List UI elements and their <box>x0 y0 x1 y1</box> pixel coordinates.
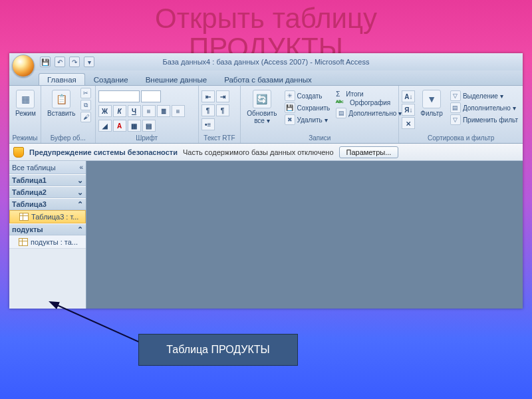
increase-indent-button[interactable]: ⇥ <box>216 90 229 102</box>
chevron-up-icon: ⌃ <box>77 225 83 234</box>
align-center-button[interactable]: ≣ <box>157 105 170 117</box>
filter-button[interactable]: ▼ Фильтр <box>417 88 446 119</box>
group-records-label: Записи <box>243 134 396 143</box>
new-record-button[interactable]: ✳Создать <box>283 90 332 101</box>
nav-group-table3[interactable]: Таблица3⌃ <box>9 198 86 210</box>
font-row2: Ж К Ч ≡ ≣ ≡ <box>98 105 185 117</box>
font-color-button[interactable]: A <box>113 120 126 132</box>
new-icon: ✳ <box>285 90 295 101</box>
save-record-button[interactable]: 💾Сохранить <box>283 102 332 113</box>
underline-button[interactable]: Ч <box>128 105 141 117</box>
security-options-button[interactable]: Параметры... <box>339 146 399 158</box>
tab-home[interactable]: Главная <box>39 73 85 85</box>
save-icon: 💾 <box>285 102 295 113</box>
group-records: 🔄 Обновить все ▾ ✳Создать 💾Сохранить ✖Уд… <box>241 86 399 143</box>
sigma-icon: Σ <box>336 90 340 98</box>
font-row1 <box>98 90 161 102</box>
document-area <box>86 161 523 309</box>
view-button[interactable]: ▦ Режим <box>12 88 39 119</box>
group-clipboard-label: Буфер об... <box>44 134 92 143</box>
delete-icon: ✖ <box>285 114 295 125</box>
fill-color-button[interactable]: ◢ <box>98 120 112 132</box>
security-title: Предупреждение системы безопасности <box>29 148 178 156</box>
ltr-button[interactable]: ¶ <box>201 104 215 116</box>
ribbon: ▦ Режим Режимы 📋 Вставить ✂ ⧉ 🖌 Буфер об… <box>9 85 523 144</box>
more-records-button[interactable]: ▤Дополнительно ▾ <box>334 108 404 118</box>
cut-icon[interactable]: ✂ <box>80 88 91 98</box>
nav-header-label: Все таблицы <box>12 164 56 172</box>
refresh-label: Обновить все ▾ <box>247 110 277 124</box>
navigation-pane: Все таблицы « Таблица1⌄ Таблица2⌄ Таблиц… <box>9 161 86 309</box>
refresh-icon: 🔄 <box>253 90 271 108</box>
table-icon <box>19 213 29 221</box>
filter-col: ▽Выделение ▾ ▤Дополнительно ▾ ▽Применить… <box>448 88 520 125</box>
advanced-filter-button[interactable]: ▤Дополнительно ▾ <box>448 102 520 113</box>
tab-dbtools[interactable]: Работа с базами данных <box>215 73 321 85</box>
group-font: Ж К Ч ≡ ≣ ≡ ◢ A ▦ ▤ Шрифт <box>96 86 199 143</box>
gridlines-button[interactable]: ▦ <box>128 120 141 132</box>
toggle-icon: ▽ <box>450 114 461 125</box>
nav-item-products[interactable]: подукты : та... <box>9 235 86 249</box>
view-label: Режим <box>15 110 36 117</box>
copy-icon[interactable]: ⧉ <box>80 100 91 110</box>
font-size-box[interactable] <box>141 90 161 102</box>
slide-title-line1: Открыть таблицу <box>155 3 377 34</box>
refresh-all-button[interactable]: 🔄 Обновить все ▾ <box>243 88 280 126</box>
format-painter-icon[interactable]: 🖌 <box>80 112 91 122</box>
nav-item-products-label: подукты : та... <box>31 238 78 246</box>
align-left-button[interactable]: ≡ <box>142 105 156 117</box>
filter-icon: ▼ <box>422 90 441 108</box>
chevron-down-icon: ⌄ <box>77 188 83 197</box>
rtl-button[interactable]: ¶ <box>216 104 229 116</box>
abc-icon: ᴬᴮᶜ <box>336 99 344 106</box>
paste-button[interactable]: 📋 Вставить <box>44 88 78 119</box>
nav-pane-header[interactable]: Все таблицы « <box>9 161 86 174</box>
bold-button[interactable]: Ж <box>98 105 112 117</box>
sort-col: А↓ Я↓ ⨯ <box>402 88 415 129</box>
align-right-button[interactable]: ≡ <box>172 105 185 117</box>
paste-label: Вставить <box>47 110 75 117</box>
delete-record-button[interactable]: ✖Удалить ▾ <box>283 114 332 125</box>
quick-access-toolbar: 💾 ↶ ↷ ▾ <box>40 57 94 67</box>
nav-collapse-icon[interactable]: « <box>79 164 83 171</box>
alt-row-button[interactable]: ▤ <box>142 120 156 132</box>
nav-group-products[interactable]: подукты⌃ <box>9 223 86 235</box>
clear-sort-button[interactable]: ⨯ <box>402 117 415 129</box>
group-views-label: Режимы <box>12 134 38 143</box>
records-col1: ✳Создать 💾Сохранить ✖Удалить ▾ <box>283 88 332 125</box>
chevron-down-icon: ⌄ <box>77 176 83 185</box>
office-button[interactable] <box>12 55 35 77</box>
svg-line-0 <box>56 305 148 346</box>
nav-item-table3[interactable]: Таблица3 : т... <box>9 210 86 223</box>
clipboard-mini: ✂ ⧉ 🖌 <box>80 88 91 122</box>
decrease-indent-button[interactable]: ⇤ <box>201 90 215 102</box>
ribbon-tabs: Главная Создание Внешние данные Работа с… <box>9 70 523 85</box>
italic-button[interactable]: К <box>113 105 126 117</box>
totals-button[interactable]: Σ Итоги <box>334 90 404 98</box>
nav-group-table1[interactable]: Таблица1⌄ <box>9 174 86 186</box>
font-name-box[interactable] <box>98 90 140 102</box>
sort-desc-button[interactable]: Я↓ <box>402 104 415 116</box>
selection-button[interactable]: ▽Выделение ▾ <box>448 90 520 101</box>
qat-save[interactable]: 💾 <box>40 57 51 67</box>
qat-redo[interactable]: ↷ <box>69 57 80 67</box>
shield-icon <box>13 147 24 158</box>
bullet-button[interactable]: •≡ <box>201 118 215 130</box>
group-clipboard: 📋 Вставить ✂ ⧉ 🖌 Буфер об... <box>41 86 96 143</box>
view-icon: ▦ <box>16 90 35 108</box>
toggle-filter-button[interactable]: ▽Применить фильт <box>448 114 520 125</box>
records-col2: Σ Итоги ᴬᴮᶜ Орфография ▤Дополнительно ▾ <box>334 88 404 118</box>
font-row3: ◢ A ▦ ▤ <box>98 120 156 132</box>
tab-create[interactable]: Создание <box>85 73 137 85</box>
sort-asc-button[interactable]: А↓ <box>402 90 415 102</box>
selection-icon: ▽ <box>450 90 461 101</box>
filter-label: Фильтр <box>420 110 443 117</box>
security-bar: Предупреждение системы безопасности Част… <box>9 144 523 161</box>
tab-external[interactable]: Внешние данные <box>137 73 215 85</box>
access-window: 💾 ↶ ↷ ▾ База данных4 : база данных (Acce… <box>9 53 523 309</box>
qat-undo[interactable]: ↶ <box>55 57 65 67</box>
spelling-button[interactable]: ᴬᴮᶜ Орфография <box>334 99 404 106</box>
group-font-label: Шрифт <box>98 134 196 143</box>
qat-more[interactable]: ▾ <box>84 57 94 67</box>
nav-group-table2[interactable]: Таблица2⌄ <box>9 186 86 198</box>
